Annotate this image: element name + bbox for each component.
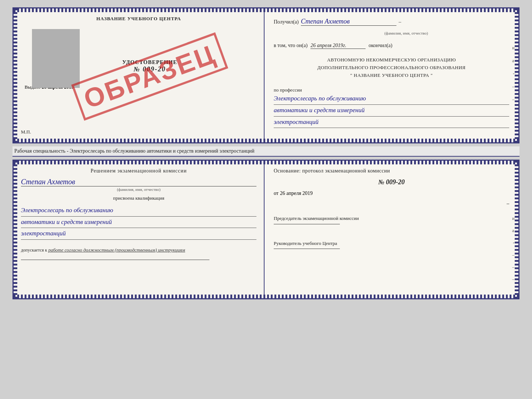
org-block: АВТОНОМНУЮ НЕКОММЕРЧЕСКУЮ ОРГАНИЗАЦИЮ ДО… [274,56,509,79]
document-container: НАЗВАНИЕ УЧЕБНОГО ЦЕНТРА ОБРАЗЕЦ УДОСТОВ… [12,7,520,299]
finished-label: окончил(а) [369,43,392,49]
profession-line1: Электрослесарь по обслуживанию [274,93,509,105]
allow-label: допускается к [21,247,47,253]
protocol-date-prefix: от [274,190,278,196]
certificate-right-page: Получил(а) Степан Ахметов – (фамилия, им… [265,8,518,142]
cert-number: № 009-20 [122,65,177,73]
chairman-signature-line [274,224,340,224]
qual-line3: электростанций [21,228,256,240]
cert-text-block: УДОСТОВЕРЕНИЕ № 009-20 [122,59,177,73]
obrazets-text: ОБРАЗЕЦ [71,32,229,120]
profession-label: по профессии [274,87,509,93]
certificate-left-page: НАЗВАНИЕ УЧЕБНОГО ЦЕНТРА ОБРАЗЕЦ УДОСТОВ… [14,8,265,142]
protocol-date-block: от 26 апреля 2019 [274,190,509,196]
certificate-book: НАЗВАНИЕ УЧЕБНОГО ЦЕНТРА ОБРАЗЕЦ УДОСТОВ… [12,7,520,143]
org-name-header: НАЗВАНИЕ УЧЕБНОГО ЦЕНТРА [21,16,256,22]
protocol-date: 26 апреля 2019 [280,190,313,196]
allow-block: допускается к работе согласно должностны… [21,247,256,253]
org-line3: " НАЗВАНИЕ УЧЕБНОГО ЦЕНТРА " [274,72,509,79]
director-label: Руководитель учебного Центра [274,240,509,247]
assigned-label: присвоена квалификация [21,195,256,201]
fio-label-qual: (фамилия, имя, отчество) [21,187,256,192]
specialty-bar: Рабочая специальность - Электрослесарь п… [12,146,520,157]
profession-line3: электростанций [274,117,509,128]
decision-label: Решением экзаменационной комиссии [21,168,256,174]
org-line2: ДОПОЛНИТЕЛЬНОГО ПРОФЕССИОНАЛЬНОГО ОБРАЗО… [274,64,509,72]
recipient-name: Степан Ахметов [301,18,396,26]
basis-label: Основание: протокол экзаменационной коми… [274,168,509,174]
fio-label: (фамилия, имя, отчество) [303,31,509,35]
qualification-left-page: Решением экзаменационной комиссии Степан… [14,161,265,298]
qualification-book: Решением экзаменационной комиссии Степан… [12,160,520,299]
qualification-right-page: Основание: протокол экзаменационной коми… [265,161,518,298]
cert-title: УДОСТОВЕРЕНИЕ [122,59,177,65]
qual-line2: автоматики и средств измерений [21,217,256,228]
director-signature-line [274,249,340,249]
protocol-number: № 009-20 [274,178,509,186]
mp-label: М.П. [21,129,256,135]
qual-line1: Электрослесарь по обслуживанию [21,205,256,217]
person-name: Степан Ахметов [21,178,256,186]
allow-value: работе согласно должностным (производств… [48,247,185,253]
vtom-date: 26 апреля 2019г. [310,43,366,49]
profession-line2: автоматики и средств измерений [274,105,509,117]
photo-placeholder [32,29,80,88]
org-line1: АВТОНОМНУЮ НЕКОММЕРЧЕСКУЮ ОРГАНИЗАЦИЮ [274,56,509,64]
recipient-label: Получил(а) [274,19,299,25]
chairman-label: Председатель экзаменационной комиссии [274,215,509,222]
dash-end: – [399,19,401,25]
vtom-label: в том, что он(а) [274,43,308,49]
